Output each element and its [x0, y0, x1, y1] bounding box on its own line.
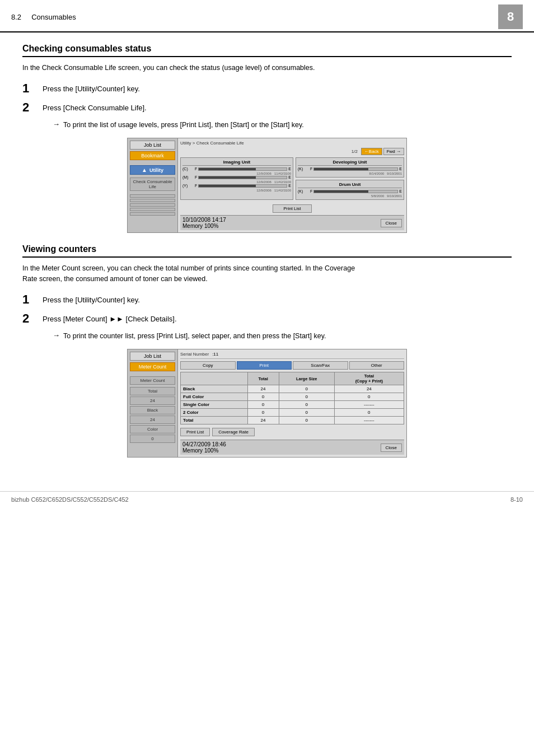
arrow-note-text: To print the list of usage levels, press…: [63, 120, 304, 130]
row-fullcolor-total: 0: [247, 393, 279, 401]
sidebar-job-list-btn[interactable]: Job List: [130, 141, 175, 150]
meter-table: Total Large Size Total(Copy + Print) Bla…: [180, 372, 404, 424]
meter-job-list-btn[interactable]: Job List: [130, 352, 175, 361]
sidebar-utility-btn[interactable]: ▲ Utility: [130, 165, 175, 175]
meter-serial-value: :11: [212, 352, 218, 357]
meter-print-list-btn[interactable]: Print List: [180, 428, 210, 436]
viewing-section-title: Viewing counters: [22, 244, 512, 258]
meter-tabs: Copy Print Scan/Fax Other: [180, 361, 404, 370]
page-header: 8.2 Consumables 8: [0, 0, 534, 32]
main-content: Checking consumables status In the Check…: [0, 32, 534, 480]
meter-footer-memory: Memory 100%: [182, 447, 218, 454]
sidebar-empty-1: [130, 194, 175, 198]
meter-close-btn[interactable]: Close: [381, 444, 402, 452]
drum-unit-title: Drum Unit: [298, 182, 402, 188]
meter-tab-scanfax[interactable]: Scan/Fax: [293, 361, 348, 370]
table-row: Single Color 0 0 -------: [181, 401, 404, 409]
screen-back-btn[interactable]: ←Back: [361, 148, 382, 155]
section-number: 8.2: [11, 13, 21, 21]
meter-coverage-rate-btn[interactable]: Coverage Rate: [212, 428, 255, 436]
screen-close-btn[interactable]: Close: [381, 219, 402, 227]
sidebar-check-consumable[interactable]: Check Consumable Life: [130, 178, 175, 191]
viewing-step-text-1: Press the [Utility/Counter] key.: [43, 292, 140, 306]
row-black-total-cp: 24: [334, 385, 404, 393]
imaging-row-c: (C) F E: [182, 167, 291, 171]
developing-unit-box: Developing Unit (K) F E 8/14/2000 9/10/2…: [296, 157, 404, 178]
row-2color-large: 0: [279, 409, 334, 417]
viewing-step-text-2: Press [Meter Count] ►► [Check Details].: [43, 311, 177, 325]
row-black-large: 0: [279, 385, 334, 393]
screen-nav-bar: 1/2 ←Back Fwd →: [180, 148, 404, 155]
row-fullcolor-label: Full Color: [181, 393, 248, 401]
imaging-unit-box: Imaging Unit (C) F E 12/9/2006 11/42/310…: [180, 157, 293, 200]
row-total-large: 0: [279, 417, 334, 424]
developing-date-k: 8/14/2000 9/10/2001: [298, 172, 402, 175]
sidebar-empty-4: [130, 208, 175, 211]
meter-layout: Job List Meter Count Meter Count Total 2…: [128, 349, 406, 457]
screen-footer: 10/10/2008 14:17 Memory 100% Close: [180, 215, 404, 230]
viewing-step-number-2: 2: [22, 311, 43, 326]
meter-serial-label: Serial Number: [180, 352, 209, 357]
meter-tab-other[interactable]: Other: [349, 361, 405, 370]
meter-tab-copy[interactable]: Copy: [180, 361, 236, 370]
table-row: Black 24 0 24: [181, 385, 404, 393]
screen-print-list-btn[interactable]: Print List: [273, 204, 312, 213]
screen-forward-btn[interactable]: Fwd →: [383, 148, 404, 155]
row-2color-label: 2 Color: [181, 409, 248, 417]
screen-page-num: 1/2: [352, 149, 358, 154]
section-title-header: Consumables: [31, 13, 76, 21]
screen-main-area: Utility > Check Consumable Life 1/2 ←Bac…: [178, 138, 406, 232]
meter-sidebar-meter-count: Meter Count: [130, 376, 175, 385]
checking-step-1: 1 Press the [Utility/Counter] key.: [22, 81, 512, 96]
screen-breadcrumb: Utility > Check Consumable Life: [180, 141, 404, 146]
viewing-arrow-note-text: To print the counter list, press [Print …: [63, 331, 326, 342]
viewing-section-desc: In the Meter Count screen, you can check…: [22, 263, 512, 284]
step-number-2: 2: [22, 100, 43, 115]
row-total-total: 24: [247, 417, 279, 424]
meter-tab-print[interactable]: Print: [237, 361, 292, 370]
drum-unit-box: Drum Unit (K) F E 5/8/2000 9/10/2001: [296, 180, 404, 200]
meter-sidebar-black-value: 24: [130, 416, 175, 424]
imaging-unit-title: Imaging Unit: [182, 160, 291, 166]
screen-footer-date: 10/10/2008 14:17: [182, 217, 226, 223]
table-row: 2 Color 0 0 0: [181, 409, 404, 417]
meter-serial-row: Serial Number :11: [180, 352, 404, 359]
units-row: Imaging Unit (C) F E 12/9/2006 11/42/310…: [180, 157, 404, 200]
meter-main-area: Serial Number :11 Copy Print Scan/Fax Ot…: [178, 349, 406, 457]
meter-sidebar-color-value: 0: [130, 435, 175, 443]
arrow-symbol: →: [53, 120, 60, 128]
step-number-1: 1: [22, 81, 43, 96]
table-header-large: Large Size: [279, 372, 334, 385]
chapter-number-badge: 8: [498, 4, 523, 29]
row-total-total-cp: -------: [334, 417, 404, 424]
viewing-desc-2: Rate screen, the consumed amount of tone…: [22, 275, 208, 283]
viewing-step-number-1: 1: [22, 292, 43, 307]
sidebar-empty-5: [130, 212, 175, 216]
meter-sidebar-total-value: 24: [130, 396, 175, 405]
row-singlecolor-label: Single Color: [181, 401, 248, 409]
viewing-section: Viewing counters In the Meter Count scre…: [22, 244, 512, 458]
developing-row-k: (K) F E: [298, 167, 402, 171]
table-header-empty: [181, 372, 248, 385]
meter-count-sidebar-btn[interactable]: Meter Count: [130, 362, 175, 371]
imaging-row-m: (M) F E: [182, 175, 291, 179]
step-text-1: Press the [Utility/Counter] key.: [43, 81, 140, 95]
table-row: Total 24 0 -------: [181, 417, 404, 424]
screen-sidebar: Job List Bookmark ▲ Utility Check Consum…: [128, 138, 178, 232]
meter-sidebar-color-label: Color: [130, 425, 175, 433]
developing-unit-title: Developing Unit: [298, 160, 402, 166]
row-singlecolor-total-cp: -------: [334, 401, 404, 409]
row-2color-total-cp: 0: [334, 409, 404, 417]
meter-sidebar-total-label: Total: [130, 387, 175, 395]
meter-screen-footer: 04/27/2009 18:46 Memory 100% Close: [180, 440, 404, 455]
footer-left: bizhub C652/C652DS/C552/C552DS/C452: [11, 496, 129, 503]
table-header-total: Total: [247, 372, 279, 385]
imaging-row-y: (Y) F E: [182, 184, 291, 188]
viewing-step-1: 1 Press the [Utility/Counter] key.: [22, 292, 512, 307]
meter-footer-info: 04/27/2009 18:46 Memory 100%: [182, 441, 226, 454]
sidebar-bookmark-btn[interactable]: Bookmark: [130, 151, 175, 160]
checking-section-desc: In the Check Consumable Life screen, you…: [22, 63, 512, 73]
row-black-label: Black: [181, 385, 248, 393]
meter-action-row: Print List Coverage Rate: [180, 428, 404, 436]
viewing-desc-1: In the Meter Count screen, you can check…: [22, 264, 355, 272]
